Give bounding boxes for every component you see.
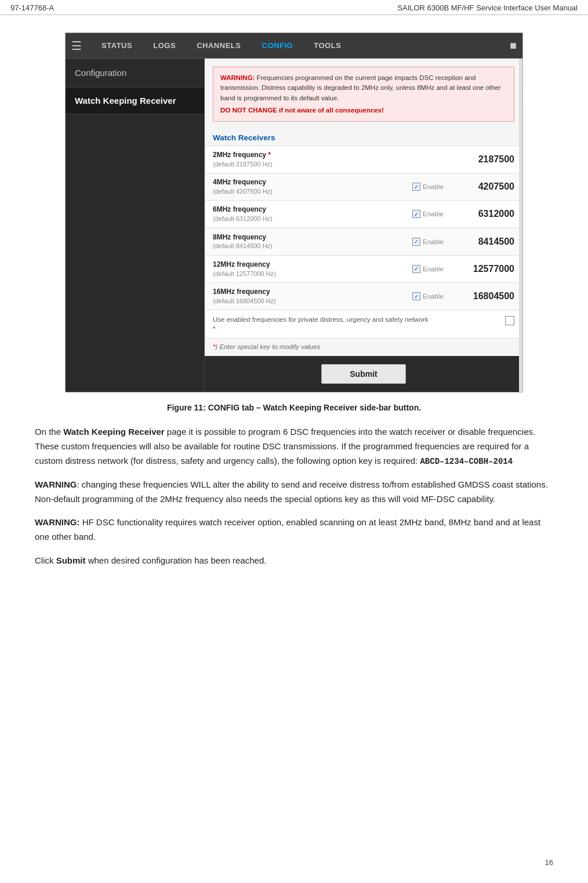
freq-label-6mhz: 6MHz frequency (default 6312000 Hz) (213, 205, 412, 223)
freq-name-12mhz: 12MHz frequency (213, 260, 412, 270)
body-paragraph-2: WARNING: changing these frequencies WILL… (35, 478, 553, 507)
freq-enable-16mhz: ✓ Enable (412, 292, 459, 300)
warning-box: WARNING: Frequencies programmed on the c… (213, 67, 514, 122)
checkbox-8mhz[interactable]: ✓ (412, 238, 420, 246)
special-key-note: *) Enter special key to modify values (205, 339, 522, 356)
special-key-text: ) Enter special key to modify values (215, 343, 320, 350)
sidebar: Configuration Watch Keeping Receiver (66, 59, 205, 392)
enable-label-8mhz: Enable (423, 238, 444, 245)
body-paragraph-4: Click Submit when desired configuration … (35, 554, 553, 568)
checkbox-4mhz[interactable]: ✓ (412, 183, 420, 191)
ui-body: Configuration Watch Keeping Receiver WAR… (66, 59, 522, 392)
tab-status[interactable]: STATUS (91, 35, 143, 56)
freq-label-4mhz: 4MHz frequency (default 4207500 Hz) (213, 177, 412, 196)
freq-enable-6mhz: ✓ Enable (412, 210, 459, 218)
submit-button[interactable]: Submit (321, 364, 405, 384)
freq-row-12mhz: 12MHz frequency (default 12577000 Hz) ✓ … (205, 256, 522, 283)
watch-receivers-title: Watch Receivers (205, 128, 522, 146)
body-paragraph-3: WARNING: HF DSC functionality requires w… (35, 515, 553, 544)
settings-icon[interactable]: ■ (510, 39, 517, 52)
distress-checkbox[interactable] (505, 316, 514, 325)
warning3-label: WARNING: (35, 517, 80, 527)
option-key: ABCD–1234–COBH–2014 (420, 457, 513, 466)
submit-area: Submit (205, 356, 522, 392)
doc-id: 97-147768-A (10, 3, 54, 12)
freq-value-4mhz: 4207500 (468, 181, 514, 192)
watch-keeping-ref: Watch Keeping Receiver (63, 427, 165, 437)
freq-enable-12mhz: ✓ Enable (412, 265, 459, 273)
freq-row-16mhz: 16MHz frequency (default 16804500 Hz) ✓ … (205, 283, 522, 310)
freq-label-8mhz: 8MHz frequency (default 8414500 Hz) (213, 232, 412, 251)
nav-bar: ☰ STATUS LOGS CHANNELS CONFIG TOOLS ■ (66, 33, 522, 59)
submit-ref: Submit (56, 555, 86, 565)
freq-default-8mhz: (default 8414500 Hz) (213, 242, 412, 250)
enable-label-12mhz: Enable (423, 266, 444, 272)
enable-label-16mhz: Enable (423, 293, 444, 300)
figure-caption-text: Figure 11: CONFIG tab – Watch Keeping Re… (167, 403, 421, 412)
freq-value-8mhz: 8414500 (468, 237, 514, 247)
menu-icon[interactable]: ☰ (71, 39, 82, 53)
content-area: WARNING: Frequencies programmed on the c… (205, 59, 522, 392)
enable-label-6mhz: Enable (423, 210, 444, 217)
tab-config[interactable]: CONFIG (252, 35, 304, 56)
freq-row-2mhz: 2MHz frequency * (default 2187500 Hz) 21… (205, 146, 522, 173)
checkbox-16mhz[interactable]: ✓ (412, 292, 420, 300)
freq-default-2mhz: (default 2187500 Hz) (213, 160, 468, 169)
distress-label: Use enabled frequencies for private dist… (213, 315, 499, 333)
freq-row-8mhz: 8MHz frequency (default 8414500 Hz) ✓ En… (205, 228, 522, 256)
freq-label-16mhz: 16MHz frequency (default 16804500 Hz) (213, 287, 412, 306)
figure-caption: Figure 11: CONFIG tab – Watch Keeping Re… (35, 403, 553, 412)
freq-name-2mhz: 2MHz frequency * (213, 150, 468, 160)
page-footer: 16 (0, 852, 588, 873)
enable-label-4mhz: Enable (423, 183, 444, 190)
nav-tabs: STATUS LOGS CHANNELS CONFIG TOOLS (91, 35, 510, 56)
freq-default-12mhz: (default 12577000 Hz) (213, 270, 412, 278)
freq-default-4mhz: (default 4207500 Hz) (213, 187, 412, 196)
checkbox-6mhz[interactable]: ✓ (412, 210, 420, 218)
checkbox-12mhz[interactable]: ✓ (412, 265, 420, 273)
page-header: 97-147768-A SAILOR 6300B MF/HF Service I… (0, 0, 588, 15)
distress-label-text: Use enabled frequencies for private dist… (213, 316, 428, 323)
tab-tools[interactable]: TOOLS (303, 35, 351, 56)
freq-row-6mhz: 6MHz frequency (default 6312000 Hz) ✓ En… (205, 201, 522, 228)
freq-default-16mhz: (default 16804500 Hz) (213, 297, 412, 306)
tab-channels[interactable]: CHANNELS (186, 35, 251, 56)
freq-value-16mhz: 16804500 (468, 291, 514, 301)
freq-name-6mhz: 6MHz frequency (213, 205, 412, 215)
freq-value-6mhz: 6312000 (468, 209, 514, 219)
donot-change-text: DO NOT CHANGE if not aware of all conseq… (220, 106, 507, 115)
doc-title: SAILOR 6300B MF/HF Service Interface Use… (397, 3, 578, 12)
warning-label: WARNING: (220, 74, 255, 81)
sidebar-item-watch-keeping-receiver[interactable]: Watch Keeping Receiver (66, 88, 204, 114)
freq-enable-8mhz: ✓ Enable (412, 238, 459, 246)
freq-label-2mhz: 2MHz frequency * (default 2187500 Hz) (213, 150, 468, 169)
page-number: 16 (545, 858, 553, 867)
freq-value-12mhz: 12577000 (468, 264, 514, 274)
freq-label-12mhz: 12MHz frequency (default 12577000 Hz) (213, 260, 412, 278)
freq-name-8mhz: 8MHz frequency (213, 232, 412, 242)
tab-logs[interactable]: LOGS (143, 35, 186, 56)
freq-name-16mhz: 16MHz frequency (213, 287, 412, 297)
freq-default-6mhz: (default 6312000 Hz) (213, 215, 412, 223)
freq-enable-4mhz: ✓ Enable (412, 183, 459, 191)
ui-screenshot: ☰ STATUS LOGS CHANNELS CONFIG TOOLS ■ Co… (65, 32, 523, 393)
warning2-label: WARNING (35, 479, 77, 489)
warning-text: Frequencies programmed on the current pa… (220, 74, 501, 101)
distress-row: Use enabled frequencies for private dist… (205, 310, 522, 339)
freq-row-4mhz: 4MHz frequency (default 4207500 Hz) ✓ En… (205, 173, 522, 201)
freq-name-4mhz: 4MHz frequency (213, 177, 412, 187)
sidebar-item-configuration[interactable]: Configuration (66, 59, 204, 88)
freq-value-2mhz: 2187500 (468, 154, 514, 165)
body-paragraph-1: On the Watch Keeping Receiver page it is… (35, 425, 553, 468)
distress-star: * (213, 325, 215, 332)
